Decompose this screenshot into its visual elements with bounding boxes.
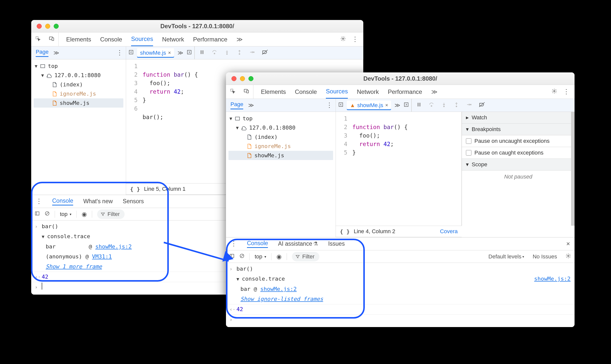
inspect-element-icon[interactable] [35,36,41,43]
show-ignored-frames-link[interactable]: Show ignore-listed frames [240,296,323,302]
tree-host[interactable]: 127.0.0.1:8080 [249,125,295,131]
tab-network[interactable]: Network [162,32,184,46]
issues-count[interactable]: No Issues [533,253,557,260]
toggle-device-icon[interactable] [49,36,54,43]
kebab-menu-icon[interactable]: ⋮ [563,88,570,96]
toggle-sidebar-icon[interactable] [35,211,40,217]
page-tab[interactable]: Page [230,101,243,109]
pretty-print-icon[interactable]: { } [130,186,140,192]
nav-left-icon[interactable] [129,50,134,56]
close-file-tab-icon[interactable]: × [168,50,171,56]
drawer-menu-icon[interactable]: ⋮ [230,240,237,248]
more-tabs-icon[interactable]: ≫ [431,88,437,95]
coverage-label[interactable]: Covera [440,228,458,235]
tab-sources[interactable]: Sources [326,85,348,99]
log-levels-selector[interactable]: Default levels [488,253,524,260]
tab-performance[interactable]: Performance [193,32,227,46]
navigator-menu-icon[interactable]: ⋮ [326,101,333,109]
more-navigator-tabs-icon[interactable]: ≫ [53,50,59,56]
stack-frame-link[interactable]: VM31:1 [92,253,112,260]
console-settings-icon[interactable] [566,253,571,260]
tab-elements[interactable]: Elements [66,32,91,46]
inspect-element-icon[interactable] [230,88,235,95]
step-icon[interactable] [466,102,472,109]
file-navigator[interactable]: ▼ top ▼ 127.0.0.1:8080 (index) ignoreMe.… [31,59,126,195]
live-expression-icon[interactable]: ◉ [276,253,282,260]
console-trace-label[interactable]: console.trace [242,276,285,282]
step-over-icon[interactable] [429,102,434,109]
code-editor[interactable]: 12 34 5 function bar() { foo(); return 4… [336,112,462,226]
settings-gear-icon[interactable] [340,35,346,43]
tab-console[interactable]: Console [295,85,317,99]
clear-console-icon[interactable] [239,253,244,260]
nav-left-icon[interactable] [338,102,343,109]
console-filter-input[interactable]: Filter [97,209,125,219]
tree-file-showme[interactable]: showMe.js [254,152,284,159]
deactivate-breakpoints-icon[interactable] [262,49,268,56]
console-context-selector[interactable]: top [255,253,266,260]
toggle-device-icon[interactable] [244,88,249,95]
clear-console-icon[interactable] [45,211,50,217]
step-icon[interactable] [249,49,255,56]
drawer-menu-icon[interactable]: ⋮ [36,197,42,205]
more-tabs-icon[interactable]: ≫ [236,36,243,43]
more-files-icon[interactable]: ≫ [178,50,183,56]
drawer-close-icon[interactable]: × [566,240,570,248]
tree-file-showme[interactable]: showMe.js [60,100,89,106]
step-out-icon[interactable] [454,102,459,109]
tree-host[interactable]: 127.0.0.1:8080 [54,72,101,78]
pause-icon[interactable] [199,49,205,56]
console-filter-input[interactable]: Filter [292,252,320,261]
live-expression-icon[interactable]: ◉ [82,211,87,218]
breakpoints-header[interactable]: ▾Breakpoints [462,124,575,135]
step-over-icon[interactable] [212,49,217,56]
drawer-tab-sensors[interactable]: Sensors [123,198,144,205]
nav-right-icon[interactable] [187,50,192,56]
console-trace-label[interactable]: console.trace [47,233,90,239]
tree-file-ignoreme[interactable]: ignoreMe.js [254,143,291,149]
open-file-tab[interactable]: ▲ showMe.js × [347,101,391,110]
tab-sources[interactable]: Sources [131,32,153,46]
settings-gear-icon[interactable] [552,88,557,96]
watch-header[interactable]: ▸Watch [462,112,575,124]
show-more-frames-link[interactable]: Show 1 more frame [46,263,102,270]
step-into-icon[interactable] [441,102,447,109]
more-files-icon[interactable]: ≫ [395,102,400,109]
tree-file-index[interactable]: (index) [60,81,83,88]
drawer-tab-console[interactable]: Console [247,240,268,248]
drawer-tab-whatsnew[interactable]: What's new [83,198,113,205]
navigator-menu-icon[interactable]: ⋮ [116,49,123,57]
svg-rect-7 [202,50,203,54]
console-context-selector[interactable]: top [60,211,71,217]
tree-top[interactable]: top [243,115,253,122]
tree-file-index[interactable]: (index) [254,134,278,140]
tab-console[interactable]: Console [100,32,122,46]
deactivate-breakpoints-icon[interactable] [479,102,485,109]
file-navigator[interactable]: ▼ top ▼ 127.0.0.1:8080 (index) ignoreMe.… [226,112,336,237]
open-file-tab[interactable]: showMe.js × [137,48,174,58]
tree-top[interactable]: top [48,63,58,69]
drawer-tab-issues[interactable]: Issues [328,240,345,247]
tab-performance[interactable]: Performance [388,85,422,99]
pause-icon[interactable] [416,102,422,109]
pretty-print-icon[interactable]: { } [340,228,350,235]
drawer-tab-console[interactable]: Console [52,197,73,205]
pause-caught-checkbox[interactable]: Pause on caught exceptions [462,147,575,159]
trace-source-link[interactable]: showMe.js:2 [534,274,571,284]
close-file-tab-icon[interactable]: × [385,102,388,108]
tree-file-ignoreme[interactable]: ignoreMe.js [60,91,96,97]
stack-frame-link[interactable]: showMe.js:2 [260,286,297,292]
step-out-icon[interactable] [237,49,242,56]
nav-right-icon[interactable] [404,102,409,109]
pause-uncaught-checkbox[interactable]: Pause on uncaught exceptions [462,135,575,147]
stack-frame-link[interactable]: showMe.js:2 [95,243,132,250]
kebab-menu-icon[interactable]: ⋮ [352,35,358,43]
tab-elements[interactable]: Elements [261,85,286,99]
scope-header[interactable]: ▾Scope [462,159,575,171]
console-output[interactable]: › bar() ▼ console.trace showMe.js:2 bar … [226,263,575,327]
tab-network[interactable]: Network [357,85,379,99]
step-into-icon[interactable] [224,49,230,56]
more-navigator-tabs-icon[interactable]: ≫ [248,102,254,109]
drawer-tab-ai[interactable]: AI assistance [278,240,318,247]
page-tab[interactable]: Page [36,49,48,57]
